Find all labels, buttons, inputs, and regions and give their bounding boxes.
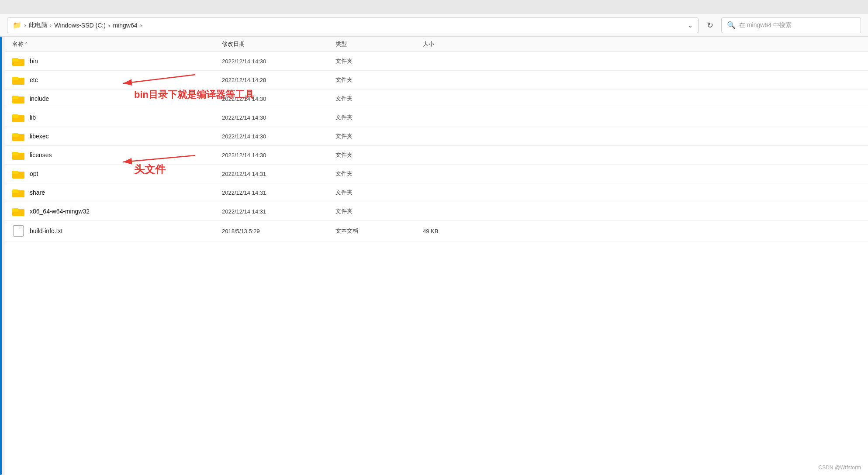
file-type-text: 文件夹 [335, 170, 423, 178]
file-name-text: lib [30, 114, 36, 121]
col-modified-label: 修改日期 [222, 40, 245, 48]
file-name-cell: x86_64-w64-mingw32 [12, 207, 222, 216]
table-row[interactable]: x86_64-w64-mingw322022/12/14 14:31文件夹 [5, 202, 868, 221]
folder-icon [12, 75, 24, 85]
file-rows-container: bin2022/12/14 14:30文件夹etc2022/12/14 14:2… [5, 52, 868, 241]
folder-icon [12, 113, 24, 122]
column-header-row: 名称 ^ 修改日期 类型 大小 [5, 37, 868, 52]
file-size-text: 49 KB [423, 228, 488, 234]
file-icon [12, 225, 24, 237]
breadcrumb-item-2[interactable]: mingw64 [113, 22, 137, 29]
file-name-text: share [30, 189, 45, 196]
file-modified-text: 2022/12/14 14:30 [222, 96, 335, 102]
table-row[interactable]: licenses2022/12/14 14:30文件夹 [5, 146, 868, 165]
watermark: CSDN @Wtfstorm [818, 465, 861, 471]
file-modified-text: 2022/12/14 14:31 [222, 189, 335, 196]
toolbar: 📁 › 此电脑 › Windows-SSD (C:) › mingw64 › ⌄… [0, 14, 868, 37]
file-name-text: include [30, 95, 49, 102]
file-type-text: 文件夹 [335, 114, 423, 121]
file-modified-text: 2022/12/14 14:30 [222, 58, 335, 65]
file-name-cell: libexec [12, 131, 222, 141]
table-row[interactable]: libexec2022/12/14 14:30文件夹 [5, 127, 868, 146]
main-content: 名称 ^ 修改日期 类型 大小 bin2022/12/14 14:30文件夹et… [0, 37, 868, 475]
file-modified-text: 2022/12/14 14:31 [222, 208, 335, 215]
folder-icon [12, 94, 24, 103]
file-modified-text: 2022/12/14 14:30 [222, 114, 335, 121]
file-list-area: 名称 ^ 修改日期 类型 大小 bin2022/12/14 14:30文件夹et… [5, 37, 868, 475]
file-name-cell: lib [12, 113, 222, 122]
breadcrumb[interactable]: 📁 › 此电脑 › Windows-SSD (C:) › mingw64 › ⌄ [7, 17, 699, 33]
folder-icon [12, 169, 24, 179]
file-type-text: 文件夹 [335, 95, 423, 103]
table-row[interactable]: build-info.txt2018/5/13 5:29文本文档49 KB [5, 221, 868, 241]
col-type-label: 类型 [335, 40, 347, 48]
file-name-cell: build-info.txt [12, 225, 222, 237]
file-name-text: build-info.txt [30, 227, 62, 234]
file-name-cell: include [12, 94, 222, 103]
table-row[interactable]: share2022/12/14 14:31文件夹 [5, 183, 868, 202]
file-modified-text: 2022/12/14 14:31 [222, 171, 335, 177]
folder-icon [12, 150, 24, 160]
file-type-text: 文件夹 [335, 207, 423, 215]
file-name-text: libexec [30, 133, 49, 140]
col-size-label: 大小 [423, 40, 434, 48]
col-type[interactable]: 类型 [335, 40, 423, 48]
file-modified-text: 2018/5/13 5:29 [222, 228, 335, 234]
breadcrumb-separator-0: › [24, 22, 26, 29]
file-type-text: 文本文档 [335, 227, 423, 235]
file-type-text: 文件夹 [335, 57, 423, 65]
file-name-text: etc [30, 76, 38, 83]
folder-icon-breadcrumb: 📁 [13, 21, 21, 29]
file-modified-text: 2022/12/14 14:28 [222, 77, 335, 83]
table-row[interactable]: lib2022/12/14 14:30文件夹 [5, 108, 868, 127]
sidebar-accent-bar [0, 37, 2, 475]
file-name-cell: etc [12, 75, 222, 85]
file-type-text: 文件夹 [335, 76, 423, 84]
col-extra [488, 40, 861, 48]
search-box[interactable]: 🔍 在 mingw64 中搜索 [721, 17, 861, 33]
left-sidebar [0, 37, 5, 475]
file-type-text: 文件夹 [335, 151, 423, 159]
refresh-button[interactable]: ↻ [702, 17, 718, 33]
table-row[interactable]: include2022/12/14 14:30文件夹 [5, 89, 868, 108]
folder-icon [12, 207, 24, 216]
breadcrumb-chevron[interactable]: ⌄ [688, 22, 693, 29]
file-modified-text: 2022/12/14 14:30 [222, 152, 335, 158]
file-name-text: bin [30, 58, 38, 65]
col-name[interactable]: 名称 ^ [12, 40, 222, 48]
sort-arrow-icon: ^ [25, 42, 28, 47]
file-name-cell: licenses [12, 150, 222, 160]
search-placeholder: 在 mingw64 中搜索 [739, 21, 792, 29]
file-name-text: licenses [30, 151, 52, 158]
table-row[interactable]: etc2022/12/14 14:28文件夹 [5, 71, 868, 89]
table-row[interactable]: bin2022/12/14 14:30文件夹 [5, 52, 868, 71]
file-type-text: 文件夹 [335, 132, 423, 140]
breadcrumb-trailing-sep: › [140, 22, 142, 29]
breadcrumb-item-1[interactable]: Windows-SSD (C:) [54, 22, 105, 29]
search-icon: 🔍 [727, 21, 736, 29]
file-name-text: x86_64-w64-mingw32 [30, 208, 90, 215]
file-type-text: 文件夹 [335, 189, 423, 196]
table-row[interactable]: opt2022/12/14 14:31文件夹 [5, 165, 868, 183]
file-name-cell: opt [12, 169, 222, 179]
folder-icon [12, 131, 24, 141]
breadcrumb-sep-2: › [108, 22, 111, 29]
file-name-text: opt [30, 170, 38, 177]
file-name-cell: share [12, 188, 222, 197]
col-size[interactable]: 大小 [423, 40, 488, 48]
title-bar [0, 0, 868, 14]
breadcrumb-sep-1: › [50, 22, 52, 29]
col-modified[interactable]: 修改日期 [222, 40, 335, 48]
folder-icon [12, 188, 24, 197]
col-name-label: 名称 [12, 40, 24, 48]
folder-icon [12, 56, 24, 66]
file-modified-text: 2022/12/14 14:30 [222, 133, 335, 140]
breadcrumb-item-0[interactable]: 此电脑 [29, 21, 47, 29]
file-name-cell: bin [12, 56, 222, 66]
